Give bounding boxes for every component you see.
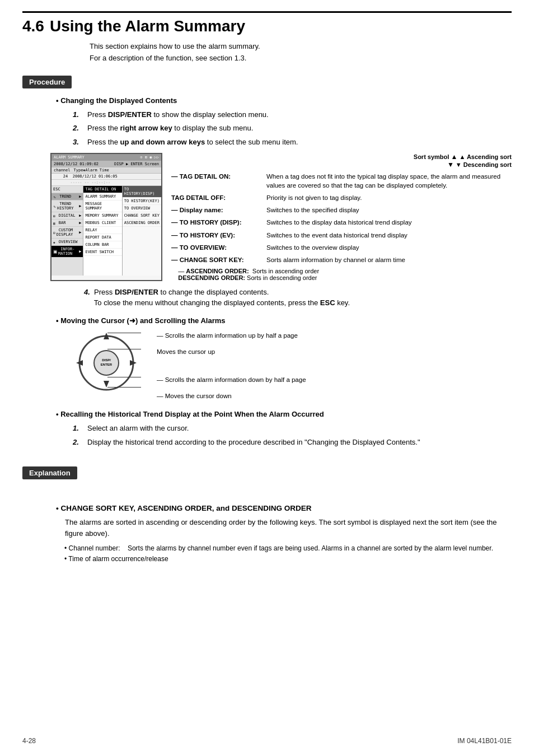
ctrl-line-mid bbox=[107, 349, 141, 349]
ann-key-tag-detail-off: TAG DETAIL OFF: bbox=[171, 193, 266, 202]
menu-report: REPORT DATA bbox=[83, 234, 121, 241]
menu-relay: RELAY bbox=[83, 227, 121, 234]
screen-body: ESC ∿ TREND ▶ ∿ TRENDHISTORY ▶ ⊞ DIGITAL… bbox=[51, 186, 161, 276]
submenu-ascending: ASCENDING ORDER bbox=[123, 220, 161, 227]
sort-ascending: ▲ ▲ Ascending sort bbox=[451, 153, 512, 160]
ann-val-tag-detail-off: Priority is not given to tag display. bbox=[266, 193, 512, 202]
step-4: 4. Press DISP/ENTER to change the displa… bbox=[84, 287, 512, 309]
ann-tag-detail-off: TAG DETAIL OFF: Priority is not given to… bbox=[171, 193, 512, 202]
bullet1-heading: Changing the Displayed Contents bbox=[56, 96, 512, 105]
ann-to-history-ev: — TO HISTORY (EV): Switches to the event… bbox=[171, 231, 512, 240]
controller-row: DISP/ ENTER bbox=[73, 329, 512, 402]
sort-descending: ▼ ▼ Descending sort bbox=[447, 161, 512, 168]
page-container: 4.6 Using the Alarm Summary This section… bbox=[0, 0, 534, 587]
ann-val-to-history-ev: Switches to the event data historical tr… bbox=[266, 231, 512, 240]
section-number: 4.6 bbox=[22, 17, 44, 35]
footer: 4-28 IM 04L41B01-01E bbox=[22, 737, 512, 745]
content-section: Changing the Displayed Contents 1. Press… bbox=[50, 96, 512, 447]
ann-key-to-history-disp: — TO HISTORY (DISP): bbox=[171, 218, 266, 227]
svg-text:DISP/: DISP/ bbox=[102, 358, 111, 362]
numbered-list-1: 1. Press DISP/ENTER to show the display … bbox=[73, 109, 512, 148]
spacer bbox=[22, 453, 512, 466]
intro-line-2: For a description of the function, see s… bbox=[90, 53, 512, 64]
screen-date-row: 24 2008/12/12 01:06:05 bbox=[51, 174, 161, 180]
ann-key-to-overview: — TO OVERVIEW: bbox=[171, 243, 266, 252]
hist-step-1: 1. Select an alarm with the cursor. bbox=[73, 423, 512, 434]
numbered-list-3: 1. Select an alarm with the cursor. 2. D… bbox=[73, 423, 512, 447]
sort-symbol-header: Sort symbol ▲ ▲ Ascending sort ▼ ▼ Desce… bbox=[171, 153, 512, 169]
step-3: 3. Press the up and down arrow keys to s… bbox=[73, 137, 512, 148]
controller-svg: DISP/ ENTER bbox=[73, 329, 140, 391]
submenu-to-history-key: TO HISTORY(KEY) bbox=[123, 198, 161, 205]
ctrl-ann-scroll-up: — Scrolls the alarm information up by ha… bbox=[157, 330, 306, 342]
exp-bullet1-heading: CHANGE SORT KEY, ASCENDING ORDER, and DE… bbox=[56, 504, 512, 512]
procedure-box: Procedure bbox=[22, 76, 72, 88]
hist-step-1-num: 1. bbox=[73, 423, 84, 434]
explanation-section: CHANGE SORT KEY, ASCENDING ORDER, and DE… bbox=[50, 504, 512, 564]
submenu-change-sort: CHANGE SORT KEY bbox=[123, 212, 161, 220]
ann-key-tag-detail-on: — TAG DETAIL ON: bbox=[171, 172, 266, 181]
ctrl-ann-scroll-down: — Scrolls the alarm information down by … bbox=[157, 375, 306, 386]
menu-message-summary: MESSAGE SUMMARY bbox=[83, 200, 121, 212]
step-2-num: 2. bbox=[73, 123, 84, 134]
step-2: 2. Press the right arrow key to display … bbox=[73, 123, 512, 134]
menu-event: EVENT SWITCH bbox=[83, 249, 121, 256]
footer-doc-id: IM 04L41B01-01E bbox=[457, 737, 512, 745]
ann-key-to-history-ev: — TO HISTORY (EV): bbox=[171, 231, 266, 240]
intro-text: This section explains how to use the ala… bbox=[90, 41, 512, 64]
bullet2-heading: Moving the Cursor (➜) and Scrolling the … bbox=[56, 316, 512, 325]
ann-val-to-history-disp: Switches to the display data historical … bbox=[266, 218, 512, 227]
exp-sub-bullet-2: Time of alarm occurrence/release bbox=[64, 554, 512, 564]
exp-desc: The alarms are sorted in ascending or de… bbox=[65, 517, 512, 539]
ann-to-history-disp: — TO HISTORY (DISP): Switches to the dis… bbox=[171, 218, 512, 227]
sort-symbol-label: Sort symbol bbox=[414, 153, 449, 160]
ann-tag-detail-on: — TAG DETAIL ON: When a tag does not fit… bbox=[171, 172, 512, 190]
section-title: Using the Alarm Summary bbox=[50, 17, 245, 35]
ctrl-line-bottom bbox=[107, 377, 141, 377]
screen-left-nav: ESC ∿ TREND ▶ ∿ TRENDHISTORY ▶ ⊞ DIGITAL… bbox=[51, 186, 83, 276]
nav-trend-hist: ∿ TRENDHISTORY ▶ bbox=[51, 200, 83, 212]
ann-val-display-name: Switches to the specified display bbox=[266, 206, 512, 214]
svg-text:ENTER: ENTER bbox=[101, 363, 113, 366]
ctrl-line-top bbox=[107, 333, 141, 333]
col-channel: channel bbox=[54, 168, 71, 172]
hist-step-2: 2. Display the historical trend accordin… bbox=[73, 437, 512, 448]
exp-sub-bullet-1: Channel number: Sorts the alarms by chan… bbox=[64, 543, 512, 554]
screen-right-menu: TO HISTORY(DISP) TO HISTORY(KEY) TO OVER… bbox=[123, 186, 161, 276]
section-header: 4.6 Using the Alarm Summary bbox=[22, 11, 512, 35]
diagram-annotations: Sort symbol ▲ ▲ Ascending sort ▼ ▼ Desce… bbox=[162, 153, 512, 281]
historical-section: Recalling the Historical Trend Display a… bbox=[50, 410, 512, 447]
screen-mockup: ALARM SUMMARY ⊙ ⊞ ◉ ▷▷ 2008/12/12 01:09:… bbox=[50, 153, 162, 281]
explanation-box: Explanation bbox=[22, 466, 77, 479]
nav-information: 🔲 INFOR-MATION ▶ bbox=[51, 246, 83, 258]
screen-dotted-row: ----- -- --:--:-- bbox=[51, 180, 161, 186]
ann-val-tag-detail-on: When a tag does not fit into the typical… bbox=[266, 172, 512, 190]
step-3-num: 3. bbox=[73, 137, 84, 148]
submenu-to-overview: TO OVERVIEW bbox=[123, 205, 161, 212]
step-2-text: Press the right arrow key to display the… bbox=[87, 123, 512, 134]
nav-custom: ⊟ CUSTOMDISPLAY ▶ bbox=[51, 227, 83, 239]
ctrl-line-vbottom bbox=[107, 387, 141, 388]
ann-val-to-overview: Switches to the overview display bbox=[266, 243, 512, 252]
ctrl-ann-cursor-up: Moves the cursor up bbox=[157, 347, 306, 358]
ann-change-sort: — CHANGE SORT KEY: Sorts alarm informati… bbox=[171, 255, 512, 264]
col-type: Type◈Alarm Time bbox=[74, 168, 109, 172]
nav-bar: ▥ BAR ▶ bbox=[51, 220, 83, 227]
hist-step-2-num: 2. bbox=[73, 437, 84, 448]
nav-trend: ∿ TREND ▶ bbox=[51, 193, 83, 200]
diagram-container: ALARM SUMMARY ⊙ ⊞ ◉ ▷▷ 2008/12/12 01:09:… bbox=[50, 153, 512, 281]
menu-alarm-summary: ALARM SUMMARY bbox=[83, 193, 121, 200]
screen-center-menu: TAG DETAIL ON ALARM SUMMARY MESSAGE SUMM… bbox=[83, 186, 122, 276]
ctrl-ann-cursor-down: — Moves the cursor down bbox=[157, 391, 306, 402]
screen-title-bar: ALARM SUMMARY ⊙ ⊞ ◉ ▷▷ bbox=[51, 154, 161, 161]
step-1-num: 1. bbox=[73, 109, 84, 120]
hist-step-2-text: Display the historical trend according t… bbox=[87, 437, 512, 448]
controller-diagram: DISP/ ENTER bbox=[73, 329, 140, 391]
menu-column: COLUMN BAR bbox=[83, 241, 121, 249]
ann-key-display-name: — Display name: bbox=[171, 206, 266, 214]
ctrl-annotations: — Scrolls the alarm information up by ha… bbox=[157, 329, 306, 402]
ann-display-name: — Display name: Switches to the specifie… bbox=[171, 206, 512, 214]
menu-tag-detail-on: TAG DETAIL ON bbox=[83, 186, 121, 193]
hist-step-1-text: Select an alarm with the cursor. bbox=[87, 423, 512, 434]
screen-top-row: channel Type◈Alarm Time bbox=[51, 167, 161, 174]
